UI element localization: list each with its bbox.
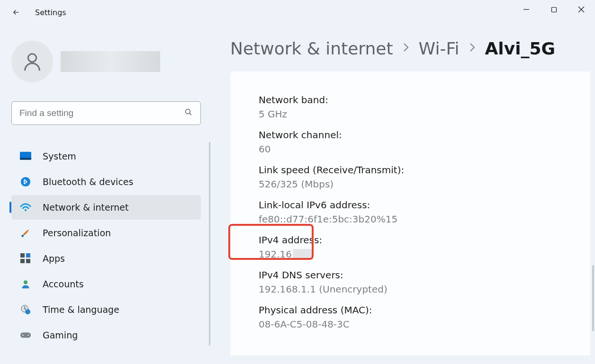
chevron-right-icon (403, 42, 409, 55)
app-title: Settings (35, 8, 66, 17)
svg-point-10 (25, 209, 27, 211)
sidebar-item-label: Apps (43, 253, 65, 264)
network-channel-label: Network channel: (259, 129, 562, 141)
breadcrumb-current: Alvi_5G (485, 39, 556, 58)
svg-point-9 (21, 177, 30, 186)
ipv6-local-value: fe80::d77:6f1e:5bc:3b20%15 (259, 213, 562, 225)
ipv4-address-value: 192.16 (259, 249, 292, 260)
sidebar-item-label: Accounts (43, 279, 84, 289)
titlebar: Settings (0, 0, 595, 25)
avatar[interactable] (11, 41, 53, 82)
sidebar-item-time-language[interactable]: Time & language (11, 297, 201, 322)
sidebar-item-gaming[interactable]: Gaming (11, 323, 201, 347)
breadcrumb-wifi[interactable]: Wi-Fi (419, 39, 460, 58)
mac-label: Physical address (MAC): (259, 304, 562, 316)
svg-point-5 (186, 109, 190, 114)
svg-point-21 (27, 335, 28, 336)
maximize-button[interactable] (540, 0, 568, 19)
system-icon (20, 151, 31, 162)
wifi-icon (20, 202, 31, 213)
apps-icon (20, 253, 31, 264)
svg-point-18 (25, 309, 30, 314)
sidebar-item-label: Time & language (43, 304, 119, 315)
svg-point-11 (21, 235, 24, 237)
main-scrollbar[interactable] (592, 265, 594, 331)
sidebar-item-accounts[interactable]: Accounts (11, 272, 201, 296)
svg-rect-19 (20, 332, 31, 337)
breadcrumb-network[interactable]: Network & internet (230, 39, 393, 58)
bluetooth-icon (20, 176, 31, 187)
user-name-redacted (61, 51, 160, 72)
sidebar-item-label: Gaming (43, 330, 78, 340)
sidebar-item-network[interactable]: Network & internet (11, 195, 201, 220)
svg-rect-1 (551, 7, 556, 12)
network-channel-value: 60 (259, 143, 562, 155)
window-controls (513, 0, 595, 19)
sidebar-item-label: Network & internet (43, 202, 128, 213)
network-band-label: Network band: (259, 94, 562, 106)
svg-point-4 (28, 54, 36, 62)
sidebar-item-label: Bluetooth & devices (43, 177, 133, 187)
sidebar-item-label: Personalization (43, 228, 111, 238)
sidebar-item-label: System (43, 151, 76, 161)
link-speed-label: Link speed (Receive/Transmit): (259, 164, 562, 176)
search-box[interactable] (11, 101, 201, 125)
mac-value: 08-6A-C5-08-48-3C (259, 319, 562, 330)
svg-rect-12 (20, 253, 25, 257)
ipv4-address-value-row: 192.16 (259, 249, 562, 260)
sidebar-item-apps[interactable]: Apps (11, 246, 201, 271)
svg-rect-8 (20, 158, 31, 160)
sidebar: System Bluetooth & devices Network & int… (0, 28, 204, 364)
svg-point-20 (22, 335, 23, 336)
ipv4-dns-label: IPv4 DNS servers: (259, 269, 562, 281)
svg-line-6 (189, 113, 191, 115)
link-speed-value: 526/325 (Mbps) (259, 178, 562, 190)
minimize-button[interactable] (513, 0, 540, 19)
sidebar-item-bluetooth[interactable]: Bluetooth & devices (11, 169, 201, 194)
svg-rect-13 (26, 253, 30, 257)
nav-list: System Bluetooth & devices Network & int… (11, 144, 192, 347)
clock-globe-icon (20, 304, 31, 315)
ipv4-dns-value: 192.168.1.1 (Unencrypted) (259, 284, 562, 295)
brush-icon (20, 227, 31, 239)
sidebar-item-system[interactable]: System (11, 144, 201, 169)
back-button[interactable] (7, 3, 26, 22)
search-input[interactable] (19, 108, 184, 118)
search-icon (184, 108, 193, 118)
accounts-icon (20, 278, 31, 290)
chevron-right-icon (469, 42, 476, 55)
breadcrumb: Network & internet Wi-Fi Alvi_5G (230, 39, 590, 58)
close-button[interactable] (568, 0, 595, 19)
sidebar-item-personalization[interactable]: Personalization (11, 221, 201, 245)
ipv4-redacted-portion (293, 249, 313, 259)
ipv6-local-label: Link-local IPv6 address: (259, 199, 562, 211)
svg-rect-15 (26, 259, 30, 263)
svg-rect-14 (20, 259, 25, 263)
ipv4-address-label: IPv4 address: (259, 234, 562, 246)
main-panel: Network & internet Wi-Fi Alvi_5G Network… (204, 28, 595, 364)
gamepad-icon (20, 329, 31, 341)
properties-panel: Network band: 5 GHz Network channel: 60 … (230, 71, 590, 355)
svg-point-16 (24, 280, 27, 284)
network-band-value: 5 GHz (259, 108, 562, 120)
